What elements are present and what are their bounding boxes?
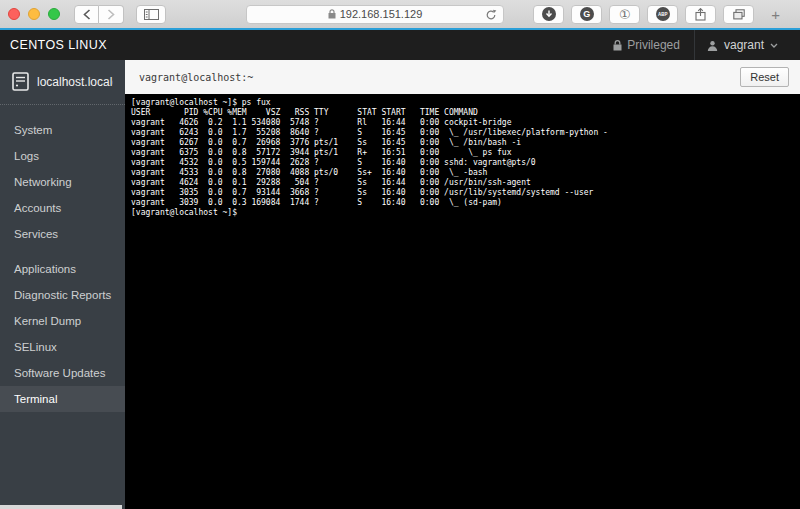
adblock-extension-button[interactable]: ABP xyxy=(647,5,678,24)
terminal-output: [vagrant@localhost ~]$ ps fux USER PID %… xyxy=(131,98,800,218)
window-controls xyxy=(8,8,60,20)
refresh-icon[interactable] xyxy=(485,9,497,21)
grammarly-extension-button[interactable]: G xyxy=(571,5,602,24)
sidebar: localhost.locald... System Logs Networki… xyxy=(0,60,125,509)
privileged-label: Privileged xyxy=(627,38,680,52)
zoom-window-icon[interactable] xyxy=(48,8,60,20)
tab-overview-button[interactable] xyxy=(723,5,754,24)
sidebar-item-software-updates[interactable]: Software Updates xyxy=(0,360,125,386)
user-menu[interactable]: vagrant xyxy=(695,38,790,52)
sidebar-toggle-icon xyxy=(144,9,159,20)
close-window-icon[interactable] xyxy=(8,8,20,20)
extension-buttons: G ① ABP + xyxy=(533,5,786,24)
brand-title: CENTOS LINUX xyxy=(10,38,107,52)
url-text: 192.168.151.129 xyxy=(340,8,423,20)
forward-icon xyxy=(107,9,115,20)
download-button[interactable] xyxy=(533,5,564,24)
share-icon xyxy=(695,8,706,21)
terminal-screen[interactable]: [vagrant@localhost ~]$ ps fux USER PID %… xyxy=(125,94,800,509)
browser-toolbar: 192.168.151.129 G ① ABP + xyxy=(0,0,800,28)
sidebar-item-logs[interactable]: Logs xyxy=(0,143,125,169)
user-icon xyxy=(707,40,718,51)
sidebar-item-kernel-dump[interactable]: Kernel Dump xyxy=(0,308,125,334)
tls-lock-icon xyxy=(328,9,336,19)
sidebar-toggle-button[interactable] xyxy=(136,5,166,24)
forward-button[interactable] xyxy=(99,5,124,24)
adblock-icon: ABP xyxy=(656,7,670,21)
privileged-indicator[interactable]: Privileged xyxy=(599,38,694,52)
grammarly-icon: G xyxy=(580,7,594,21)
navbar-right: Privileged vagrant xyxy=(599,30,790,60)
app-body: localhost.locald... System Logs Networki… xyxy=(0,60,800,509)
minimize-window-icon[interactable] xyxy=(28,8,40,20)
sidebar-item-terminal[interactable]: Terminal xyxy=(0,386,125,412)
sidebar-item-system[interactable]: System xyxy=(0,117,125,143)
sidebar-item-selinux[interactable]: SELinux xyxy=(0,334,125,360)
download-icon xyxy=(542,7,556,21)
host-selector[interactable]: localhost.locald... xyxy=(0,60,125,105)
share-button[interactable] xyxy=(685,5,716,24)
sidebar-item-diagnostic-reports[interactable]: Diagnostic Reports xyxy=(0,282,125,308)
back-button[interactable] xyxy=(74,5,99,24)
new-tab-button[interactable]: + xyxy=(765,6,786,23)
sidebar-item-accounts[interactable]: Accounts xyxy=(0,195,125,221)
back-icon xyxy=(83,9,91,20)
onepassword-icon: ① xyxy=(619,8,631,21)
chevron-down-icon xyxy=(770,43,778,48)
address-bar[interactable]: 192.168.151.129 xyxy=(246,5,504,24)
user-label: vagrant xyxy=(724,38,764,52)
page: 192.168.151.129 G ① ABP + xyxy=(0,0,800,509)
app-navbar: CENTOS LINUX Privileged vagrant xyxy=(0,30,800,60)
sidebar-nav: System Logs Networking Accounts Services… xyxy=(0,105,125,412)
onepassword-extension-button[interactable]: ① xyxy=(609,5,640,24)
history-buttons xyxy=(74,5,124,24)
sidebar-scrollbar[interactable] xyxy=(0,505,122,509)
terminal-title: vagrant@localhost:~ xyxy=(139,72,253,83)
tabs-icon xyxy=(733,9,745,20)
sidebar-item-applications[interactable]: Applications xyxy=(0,256,125,282)
sidebar-item-networking[interactable]: Networking xyxy=(0,169,125,195)
host-label: localhost.locald... xyxy=(37,75,113,89)
terminal-header: vagrant@localhost:~ Reset xyxy=(125,60,800,94)
sidebar-item-services[interactable]: Services xyxy=(0,221,125,247)
reset-button[interactable]: Reset xyxy=(740,67,789,87)
main-panel: vagrant@localhost:~ Reset [vagrant@local… xyxy=(125,60,800,509)
server-icon xyxy=(12,72,29,91)
lock-icon xyxy=(613,40,622,51)
